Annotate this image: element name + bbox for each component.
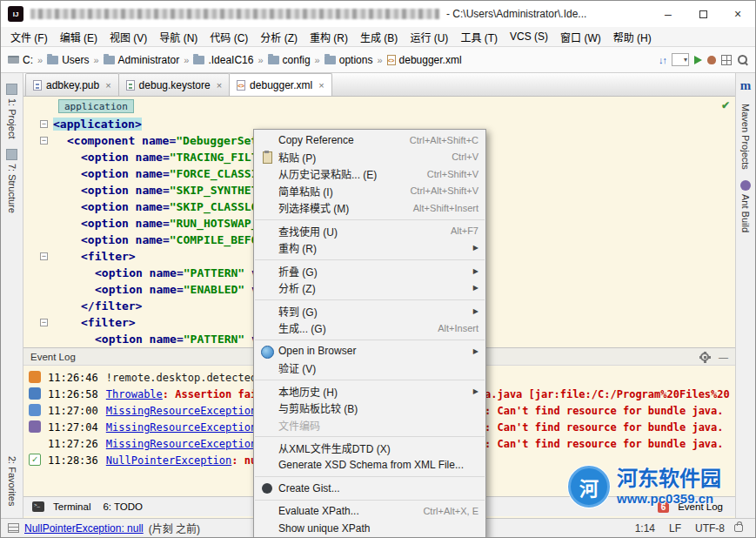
line-separator-indicator[interactable]: LF <box>665 522 686 535</box>
run-button[interactable] <box>694 56 702 64</box>
breadcrumb-tag[interactable]: application <box>58 99 134 113</box>
menu-item[interactable]: 编辑 (E) <box>54 30 104 44</box>
menu-item[interactable]: VCS (S) <box>504 30 554 43</box>
context-menu-item[interactable]: 分析 (Z)▶ <box>254 279 485 297</box>
caret-position[interactable]: 1:14 <box>631 522 659 535</box>
context-menu-item[interactable]: 从XML文件生成DTD (X) <box>254 440 485 457</box>
breadcrumb-item[interactable]: options <box>323 53 375 67</box>
breadcrumb-item[interactable]: .IdeaIC16 <box>191 53 255 67</box>
code-text: <option name="SKIP_SYNTHETIC <box>53 184 271 197</box>
breadcrumb-item[interactable]: debugger.xml <box>385 53 464 67</box>
tool-button-favorites[interactable]: 2: Favorites <box>7 456 17 506</box>
context-menu-item[interactable]: 与剪贴板比较 (B) <box>254 400 485 417</box>
fold-marker-icon[interactable]: − <box>40 319 48 326</box>
menu-item[interactable]: 代码 (C) <box>204 30 254 44</box>
minimize-button[interactable]: – <box>651 1 686 27</box>
editor-tab[interactable]: debugger.xml× <box>229 73 331 96</box>
highlighting-level-icon[interactable] <box>734 524 743 532</box>
log-exception-link[interactable]: MissingResourceException <box>106 438 257 450</box>
context-menu-item[interactable]: 验证 (V) <box>254 360 485 377</box>
editor-tab[interactable]: adbkey.pub× <box>25 73 119 96</box>
menu-item[interactable]: 重构 (R) <box>304 30 354 44</box>
menu-item[interactable]: 生成 (B) <box>354 30 404 44</box>
editor-breadcrumb-bar: application ✔ <box>23 97 735 116</box>
code-token: <application> <box>53 118 142 131</box>
inspection-status-icon[interactable]: ✔ <box>721 99 730 111</box>
tab-todo[interactable]: 6: TODO <box>99 501 146 512</box>
drive-icon <box>8 56 19 64</box>
context-menu-item[interactable]: 转到 (G)▶ <box>254 303 485 320</box>
breadcrumb-item[interactable]: config <box>266 53 312 67</box>
menu-icon-slot <box>259 459 275 471</box>
context-menu-item[interactable]: Show unique XPath <box>254 520 485 537</box>
context-menu-item[interactable]: 折叠 (G)▶ <box>254 263 485 280</box>
menu-item-label: 重构 (R) <box>278 240 466 255</box>
close-icon[interactable]: × <box>105 80 110 91</box>
hide-panel-icon[interactable]: — <box>719 352 728 362</box>
log-exception-link[interactable]: MissingResourceException <box>106 421 257 434</box>
close-button[interactable]: × <box>720 1 755 27</box>
submenu-arrow-icon: ▶ <box>473 284 478 292</box>
submenu-arrow-icon: ▶ <box>473 347 478 355</box>
close-icon[interactable]: × <box>217 80 222 91</box>
file-encoding-indicator[interactable]: UTF-8 <box>691 522 729 535</box>
search-icon[interactable] <box>737 54 748 65</box>
menu-item[interactable]: 运行 (U) <box>404 30 454 44</box>
menu-item[interactable]: 导航 (N) <box>153 30 204 44</box>
menu-item[interactable]: 分析 (Z) <box>254 30 304 44</box>
breadcrumb-label: options <box>339 54 373 66</box>
context-menu-item[interactable]: 本地历史 (H)▶ <box>254 383 485 400</box>
fold-marker-icon[interactable]: − <box>40 252 48 260</box>
code-text: </filter> <box>53 299 142 313</box>
log-exception-link[interactable]: MissingResourceException <box>106 405 257 417</box>
status-message-link[interactable]: NullPointerException: null <box>24 522 144 535</box>
ide-window: IJ - C:\Users\Administrator\.Ide... – × … <box>0 0 756 538</box>
context-menu-item[interactable]: 查找使用 (U)Alt+F7 <box>254 223 485 240</box>
tool-button-ant-build[interactable]: Ant Build <box>740 180 751 232</box>
context-menu-item[interactable]: 列选择模式 (M)Alt+Shift+Insert <box>254 199 485 217</box>
context-menu-item[interactable]: 简单粘贴 (I)Ctrl+Alt+Shift+V <box>254 183 485 200</box>
menu-item[interactable]: 工具 (T) <box>454 30 504 44</box>
context-menu-item[interactable]: 重构 (R)▶ <box>254 239 485 257</box>
fold-marker-icon[interactable]: − <box>40 137 48 145</box>
toolwindow-switcher-icon[interactable] <box>8 523 19 533</box>
tool-button-label: 2: Favorites <box>7 456 17 506</box>
menu-item[interactable]: 帮助 (H) <box>607 30 658 44</box>
breadcrumb-item[interactable]: Users <box>45 53 90 67</box>
context-menu-item[interactable]: Create Gist... <box>254 480 485 497</box>
vcs-update-icon[interactable]: ↓↑ <box>659 55 666 65</box>
grid-icon[interactable] <box>721 55 732 65</box>
fold-marker-icon[interactable]: − <box>40 120 48 128</box>
context-menu-item[interactable]: 粘贴 (P)Ctrl+V <box>254 149 485 166</box>
context-menu-item[interactable]: Copy ReferenceCtrl+Alt+Shift+C <box>254 131 485 149</box>
context-menu-item[interactable]: 从历史记录粘贴... (E)Ctrl+Shift+V <box>254 165 485 183</box>
context-menu-item[interactable]: Generate XSD Schema from XML File... <box>254 457 485 474</box>
log-exception-link[interactable]: Throwable <box>106 388 163 400</box>
editor-tab[interactable]: debug.keystore× <box>118 73 231 96</box>
tool-button-structure[interactable]: 7: Structure <box>6 149 17 213</box>
breadcrumb-label: config <box>283 54 311 66</box>
maven-icon[interactable]: m <box>740 78 752 93</box>
breadcrumb-item[interactable]: C: <box>6 53 35 67</box>
xml-file-icon <box>387 55 396 65</box>
context-menu-item[interactable]: Open in Browser▶ <box>254 343 485 360</box>
context-menu-item[interactable]: Evaluate XPath...Ctrl+Alt+X, E <box>254 503 485 521</box>
tool-button-maven-projects[interactable]: Maven Projects <box>740 104 751 170</box>
menu-item[interactable]: 文件 (F) <box>4 30 54 44</box>
menu-item[interactable]: 窗口 (W) <box>554 30 607 44</box>
run-config-dropdown[interactable]: ▾ <box>672 53 689 66</box>
gear-icon[interactable] <box>699 352 710 362</box>
tab-terminal[interactable]: Terminal <box>50 501 94 512</box>
menu-item[interactable]: 视图 (V) <box>104 30 153 44</box>
code-token: <option name= <box>81 167 170 180</box>
debug-icon[interactable] <box>707 56 716 64</box>
close-icon[interactable]: × <box>318 80 324 91</box>
tool-button-project[interactable]: 1: Project <box>6 84 17 138</box>
maximize-button[interactable] <box>686 1 720 27</box>
log-exception-link[interactable]: NullPointerException <box>106 454 232 467</box>
context-menu-item[interactable]: 生成... (G)Alt+Insert <box>254 319 485 337</box>
breadcrumb-item[interactable]: Administrator <box>102 53 182 67</box>
chevron-icon: » <box>258 55 263 65</box>
menu-separator <box>255 299 485 300</box>
gist-icon <box>259 482 275 494</box>
